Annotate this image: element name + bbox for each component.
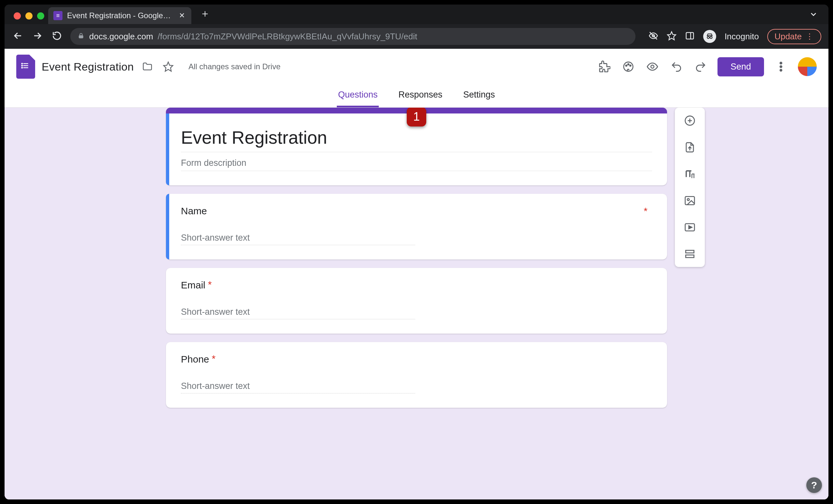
window-controls bbox=[8, 12, 48, 24]
svg-point-22 bbox=[651, 65, 654, 68]
question-title: Name bbox=[181, 205, 652, 217]
svg-point-23 bbox=[780, 62, 782, 64]
toolbar-right: Incognito Update ⋮ bbox=[648, 29, 821, 44]
address-bar[interactable]: docs.google.com/forms/d/12To7mZPVWdlPeLR… bbox=[70, 28, 636, 45]
svg-point-16 bbox=[22, 67, 23, 68]
help-button[interactable]: ? bbox=[806, 477, 822, 493]
svg-point-20 bbox=[628, 64, 629, 65]
send-button[interactable]: Send bbox=[717, 57, 764, 76]
tab-settings[interactable]: Settings bbox=[462, 86, 497, 107]
browser-update-button[interactable]: Update ⋮ bbox=[767, 29, 821, 44]
required-indicator: * bbox=[644, 206, 647, 216]
question-title: Email * bbox=[181, 280, 652, 291]
form-title-input[interactable] bbox=[181, 125, 652, 152]
nav-back-button[interactable] bbox=[12, 31, 24, 42]
page-content: Event Registration All changes saved in … bbox=[4, 49, 829, 500]
question-card-email[interactable]: Email * Short-answer text bbox=[166, 268, 667, 334]
url-domain: docs.google.com bbox=[89, 31, 153, 42]
browser-tab[interactable]: ≡ Event Registration - Google Fo ✕ bbox=[48, 7, 191, 24]
import-questions-button[interactable] bbox=[679, 139, 701, 156]
browser-toolbar: docs.google.com/forms/d/12To7mZPVWdlPeLR… bbox=[4, 24, 829, 49]
url-path: /forms/d/12To7mZPVWdlPeLRBtkgywKBEtIAu_q… bbox=[158, 31, 418, 42]
svg-point-24 bbox=[780, 66, 782, 68]
add-image-button[interactable] bbox=[679, 192, 701, 209]
add-video-button[interactable] bbox=[679, 219, 701, 236]
question-title: Phone * bbox=[181, 354, 652, 365]
lock-icon bbox=[77, 31, 85, 42]
window-close-button[interactable] bbox=[14, 12, 21, 20]
answer-type: Short-answer text bbox=[181, 230, 415, 245]
incognito-label: Incognito bbox=[724, 31, 759, 42]
header-actions: Send bbox=[597, 57, 817, 76]
svg-point-19 bbox=[626, 65, 627, 66]
svg-rect-34 bbox=[686, 255, 694, 257]
update-label: Update bbox=[775, 31, 802, 42]
tab-close-button[interactable]: ✕ bbox=[176, 11, 185, 20]
svg-point-8 bbox=[707, 36, 709, 39]
add-title-button[interactable] bbox=[679, 166, 701, 182]
answer-type: Short-answer text bbox=[181, 304, 415, 319]
forms-logo-icon bbox=[21, 61, 30, 73]
add-question-button[interactable] bbox=[679, 112, 701, 129]
question-label: Name bbox=[181, 205, 207, 217]
form-name[interactable]: Event Registration bbox=[42, 60, 134, 73]
browser-tabstrip: ≡ Event Registration - Google Fo ✕ ＋ bbox=[4, 4, 829, 24]
svg-point-25 bbox=[780, 69, 782, 71]
tabs-overflow-button[interactable] bbox=[809, 10, 825, 24]
window-minimize-button[interactable] bbox=[25, 12, 32, 20]
add-section-button[interactable] bbox=[679, 246, 701, 262]
form-canvas: 1 Name * Short-answer text bbox=[4, 108, 829, 500]
customize-theme-button[interactable] bbox=[621, 59, 636, 74]
tab-favicon: ≡ bbox=[53, 11, 63, 20]
browser-menu-icon: ⋮ bbox=[806, 32, 814, 41]
form-description-input[interactable] bbox=[181, 152, 652, 171]
more-options-button[interactable] bbox=[774, 59, 788, 74]
svg-marker-5 bbox=[667, 32, 675, 40]
annotation-callout-1: 1 bbox=[407, 108, 426, 126]
question-label: Phone bbox=[181, 354, 209, 365]
svg-point-21 bbox=[629, 65, 631, 66]
svg-point-14 bbox=[22, 64, 23, 65]
svg-point-15 bbox=[22, 65, 23, 66]
tab-questions[interactable]: Questions bbox=[337, 86, 379, 107]
svg-rect-6 bbox=[686, 32, 693, 39]
tab-title: Event Registration - Google Fo bbox=[67, 11, 171, 20]
redo-button[interactable] bbox=[693, 59, 708, 74]
move-to-folder-button[interactable] bbox=[140, 59, 154, 74]
browser-window: ≡ Event Registration - Google Fo ✕ ＋ doc… bbox=[4, 4, 829, 500]
answer-type: Short-answer text bbox=[181, 378, 415, 394]
new-tab-button[interactable]: ＋ bbox=[191, 6, 217, 24]
preview-button[interactable] bbox=[645, 59, 660, 74]
svg-rect-2 bbox=[79, 35, 83, 38]
question-card-phone[interactable]: Phone * Short-answer text bbox=[166, 342, 667, 408]
google-forms-logo[interactable] bbox=[16, 55, 35, 79]
question-card-name[interactable]: Name * Short-answer text bbox=[166, 194, 667, 259]
side-panel-icon[interactable] bbox=[685, 31, 695, 42]
tracking-protection-icon[interactable] bbox=[648, 31, 658, 42]
star-button[interactable] bbox=[161, 59, 175, 74]
svg-rect-29 bbox=[685, 196, 695, 204]
question-toolbar bbox=[675, 108, 705, 267]
nav-forward-button[interactable] bbox=[31, 31, 44, 42]
required-indicator: * bbox=[212, 354, 216, 363]
svg-point-30 bbox=[687, 199, 689, 201]
incognito-icon[interactable] bbox=[703, 30, 716, 43]
window-maximize-button[interactable] bbox=[37, 12, 44, 20]
form-column: 1 Name * Short-answer text bbox=[166, 108, 667, 408]
forms-header: Event Registration All changes saved in … bbox=[4, 49, 829, 80]
undo-button[interactable] bbox=[669, 59, 684, 74]
svg-marker-32 bbox=[689, 226, 692, 229]
bookmark-star-icon[interactable] bbox=[667, 31, 676, 42]
nav-reload-button[interactable] bbox=[51, 31, 63, 42]
forms-tabs: Questions Responses Settings bbox=[4, 86, 829, 108]
required-indicator: * bbox=[208, 280, 212, 289]
question-label: Email bbox=[181, 280, 205, 291]
svg-rect-33 bbox=[686, 250, 694, 253]
account-avatar[interactable] bbox=[798, 57, 817, 76]
svg-marker-17 bbox=[164, 62, 173, 71]
save-status: All changes saved in Drive bbox=[188, 62, 281, 71]
svg-point-9 bbox=[710, 36, 712, 39]
addons-button[interactable] bbox=[597, 59, 612, 74]
tab-responses[interactable]: Responses bbox=[397, 86, 444, 107]
